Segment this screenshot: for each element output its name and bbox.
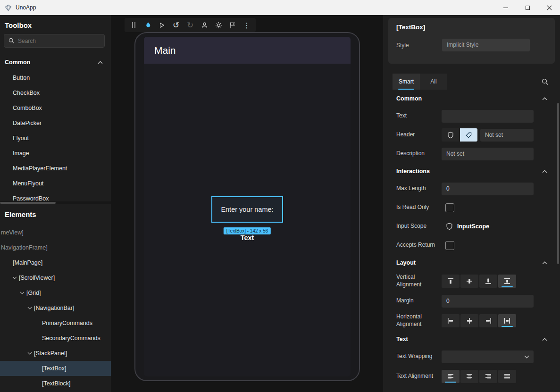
theme-toggle-button[interactable] [211,18,226,32]
valign-bottom-button[interactable] [479,275,497,288]
prop-label: Text Wrapping [396,353,442,360]
toolbox-item-menuflyout[interactable]: MenuFlyout [0,176,111,191]
app-title: UnoApp [16,4,36,11]
text-wrapping-dropdown[interactable] [442,350,534,363]
toolbox-item-flyout[interactable]: Flyout [0,131,111,146]
valign-center-button[interactable] [460,275,478,288]
minimize-button[interactable] [495,0,517,15]
description-input[interactable]: Not set [442,148,534,160]
section-text[interactable]: Text [396,331,560,347]
page-title: Main [154,45,176,56]
toolbox-item-combobox[interactable]: ComboBox [0,100,111,116]
more-options-button[interactable]: ⋮ [240,18,254,32]
horizontal-scrollbar[interactable] [0,201,111,204]
prop-row-description: Description Not set [396,144,560,163]
toolbox-item-datepicker[interactable]: DatePicker [0,116,111,131]
halign-stretch-button[interactable] [498,314,516,327]
toolbox-section-common[interactable]: Common [0,54,111,70]
properties-search-button[interactable] [542,78,549,85]
valign-stretch-button[interactable] [498,275,516,288]
hot-reload-button[interactable] [141,18,155,32]
accepts-return-checkbox[interactable] [445,241,454,250]
tree-item-frameview[interactable]: meView] [0,225,111,240]
selected-element-card: [TextBox] Style Implicit Style [388,18,555,64]
toolbox-item-checkbox[interactable]: CheckBox [0,85,111,100]
tag-icon [466,132,472,138]
tab-smart[interactable]: Smart [393,74,420,90]
header-binding-button[interactable] [442,128,459,142]
undo-icon: ↺ [173,21,179,29]
style-input[interactable]: Implicit Style [442,39,530,51]
prop-row-accepts-return: Accepts Return [396,236,560,255]
selection-size-badge: [TextBox] - 142 x 56 [224,227,271,234]
text-align-justify-button[interactable] [498,370,516,383]
horizontal-scrollbar-thumb[interactable] [0,202,56,204]
toolbox-item-image[interactable]: Image [0,146,111,161]
toolbox-section-label: Common [5,59,30,66]
tree-item-grid[interactable]: [Grid] [0,285,111,300]
prop-label: Is Read Only [396,204,442,211]
designed-textblock[interactable]: Text [144,234,351,242]
tree-item-label: [StackPanel] [34,350,67,357]
toolbox-item-mediaplayerelement[interactable]: MediaPlayerElement [0,161,111,176]
align-vstretch-icon [503,277,511,285]
vertical-scrollbar-thumb[interactable] [557,103,559,264]
page-header: Main [144,37,351,64]
grip-icon [132,22,135,28]
toolbox-item-passwordbox[interactable]: PasswordBox [0,191,111,201]
section-common[interactable]: Common [396,91,560,107]
tree-item-label: [Grid] [26,290,41,296]
toolbox-searchbox[interactable] [4,34,105,48]
app-logo-icon [5,4,12,11]
search-input[interactable] [18,38,100,44]
shield-icon [447,132,454,139]
selected-element-title: [TextBox] [396,24,547,31]
header-input[interactable]: Not set [480,129,534,142]
tree-item-textblock[interactable]: [TextBlock] [0,376,111,391]
text-align-right-button[interactable] [479,370,497,383]
is-read-only-checkbox[interactable] [445,203,454,212]
tree-item-navigationframe[interactable]: NavigationFrame] [0,240,111,255]
input-scope-value[interactable]: InputScope [457,223,489,230]
margin-input[interactable]: 0 [442,295,534,308]
tree-item-textbox[interactable]: [TextBox] [0,361,111,376]
tree-item-stackpanel[interactable]: [StackPanel] [0,346,111,361]
tab-all[interactable]: All [420,74,447,90]
prop-label: Accepts Return [396,242,442,249]
tree-item-primarycommands[interactable]: PrimaryCommands [0,316,111,331]
tree-item-mainpage[interactable]: [MainPage] [0,255,111,270]
halign-center-button[interactable] [460,314,478,327]
maximize-button[interactable] [517,0,538,15]
undo-button[interactable]: ↺ [169,18,183,32]
chevron-up-icon [542,261,547,265]
account-button[interactable] [197,18,211,32]
tree-item-label: [ScrollViewer] [19,275,55,281]
toolbar-grip[interactable] [126,18,141,32]
halign-right-button[interactable] [479,314,497,327]
text-align-center-button[interactable] [460,370,478,383]
prop-row-margin: Margin 0 [396,292,560,310]
flag-button[interactable] [226,18,240,32]
tree-item-secondarycommands[interactable]: SecondaryCommands [0,331,111,346]
tree-item-navigationbar[interactable]: [NavigationBar] [0,300,111,316]
close-button[interactable] [538,0,560,15]
section-layout[interactable]: Layout [396,255,560,271]
vertical-scrollbar[interactable] [557,103,559,367]
section-interactions[interactable]: Interactions [396,163,560,179]
halign-left-button[interactable] [442,314,460,327]
toolbox-item-button[interactable]: Button [0,70,111,85]
text-input[interactable] [442,110,534,123]
redo-button[interactable]: ↻ [183,18,197,32]
header-tag-button[interactable] [460,128,477,142]
chevron-up-icon [542,170,547,173]
align-vcenter-icon [466,277,473,285]
valign-top-button[interactable] [442,275,460,288]
designed-textbox[interactable]: Enter your name: [211,196,283,223]
tree-item-scrollviewer[interactable]: [ScrollViewer] [0,270,111,285]
prop-row-horizontal-alignment: Horizontal Alignment [396,310,560,331]
play-button[interactable] [155,18,169,32]
max-length-input[interactable]: 0 [442,183,534,195]
text-align-left-button[interactable] [442,370,460,383]
left-sidebar: Toolbox Common Button CheckBox ComboBox … [0,15,111,392]
tree-item-label: [MainPage] [13,259,42,266]
